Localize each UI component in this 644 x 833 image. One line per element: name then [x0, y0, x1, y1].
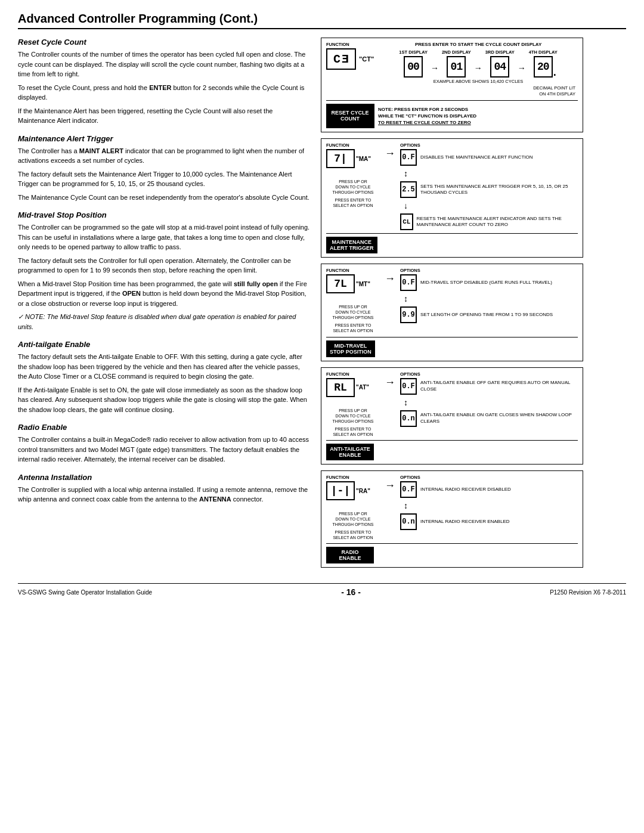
at-bottom-label: ANTI-TAILGATEENABLE: [326, 444, 374, 460]
page-title: Advanced Controller Programming (Cont.): [18, 12, 626, 29]
ma-option3-text: RESETS THE MAINTENANCE ALERT INDICATOR A…: [417, 216, 578, 228]
maint-p3: The Maintenance Cycle Count can be reset…: [18, 193, 310, 203]
reset-cycle-p1: The Controller counts of the number of t…: [18, 49, 310, 79]
ct-bottom-note: NOTE: PRESS ENTER FOR 2 SECONDS WHILE TH…: [374, 104, 578, 129]
mt-option1-text: MID-TRAVEL STOP DISABLED (GATE RUNS FULL…: [420, 280, 552, 286]
reset-cycle-p2: To reset the Cycle Count, press and hold…: [18, 83, 310, 103]
section-maintenance-title: Maintenance Alert Trigger: [18, 134, 310, 143]
ct-d2-label: 2ND DISPLAY: [442, 49, 471, 55]
at-options-label: OPTIONS: [400, 371, 578, 377]
mt-press-enter: PRESS ENTER TOSELECT AN OPTION: [333, 323, 373, 333]
ra-diagram: FUNCTION |-| "RA" PRESS UP ORDOWN TO CYC…: [321, 470, 583, 568]
ct-display4: 20: [534, 56, 553, 78]
ct-display2: 01: [447, 56, 466, 78]
midtravel-p2: The factory default sets the Controller …: [18, 256, 310, 275]
ra-press-updown: PRESS UP ORDOWN TO CYCLETHROUGH OPTIONS: [333, 511, 374, 527]
ct-d3-label: 3RD DISPLAY: [485, 49, 515, 55]
mt-diagram: FUNCTION 7L "MT" PRESS UP ORDOWN TO CYCL…: [321, 264, 583, 361]
ct-diagram: FUNCTION CE "CT" PRESS ENTER TO START TH…: [321, 38, 583, 132]
ma-function-label: FUNCTION: [326, 143, 371, 148]
footer-left: VS-GSWG Swing Gate Operator Installation…: [18, 589, 152, 596]
ma-press-enter: PRESS ENTER TOSELECT AN OPTION: [333, 197, 373, 208]
ct-instruction: PRESS ENTER TO START THE CYCLE COUNT DIS…: [379, 42, 578, 47]
ra-option1-text: INTERNAL RADIO RECEIVER DISABLED: [420, 487, 511, 493]
mt-option2-text: SET LENGTH OF OPENING TIME FROM 1 TO 99 …: [420, 312, 553, 318]
section-radio-title: Radio Enable: [18, 423, 310, 432]
ma-bottom-label: MAINTENANCEALERT TRIGGER: [326, 237, 377, 253]
maint-p1: The Controller has a MAINT ALERT indicat…: [18, 146, 310, 166]
ra-bottom-label: RADIOENABLE: [326, 547, 374, 563]
antenna-p1: The Controller is supplied with a local …: [18, 485, 310, 504]
ct-display3: 04: [490, 56, 509, 78]
at-function-label: FUNCTION: [326, 371, 369, 377]
midtravel-note: ✓ NOTE: The Mid-travel Stop feature is d…: [18, 312, 310, 332]
mt-press-updown: PRESS UP ORDOWN TO CYCLETHROUGH OPTIONS: [333, 304, 374, 320]
ma-option2-text: SETS THIS MAINTENANCE ALERT TRIGGER FOR …: [420, 184, 578, 196]
section-reset-cycle-title: Reset Cycle Count: [18, 38, 310, 47]
ct-function-label: FUNCTION: [326, 42, 374, 47]
at-option1-text: ANTI-TAILGATE ENABLE OFF GATE REQUIRES A…: [420, 380, 578, 392]
section-midtravel-title: Mid-travel Stop Position: [18, 210, 310, 219]
ct-decimal-note: DECIMAL POINT LITON 4TH DISPLAY: [379, 85, 575, 97]
section-antitailgate-title: Anti-tailgate Enable: [18, 340, 310, 349]
at-press-enter: PRESS ENTER TOSELECT AN OPTION: [333, 426, 373, 437]
mt-function-label: FUNCTION: [326, 268, 370, 273]
footer-right: P1250 Revision X6 7-8-2011: [550, 589, 626, 596]
midtravel-p3: When a Mid-travel Stop Position time has…: [18, 279, 310, 309]
ct-d1-label: 1ST DISPLAY: [399, 49, 428, 55]
mt-bottom-label: MID-TRAVELSTOP POSITION: [326, 340, 375, 357]
reset-cycle-p3: If the Maintenance Alert has been trigge…: [18, 106, 310, 126]
midtravel-p1: The Controller can be programmed so the …: [18, 222, 310, 252]
ra-function-label: FUNCTION: [326, 475, 370, 480]
maint-p2: The factory default sets the Maintenance…: [18, 169, 310, 189]
at-press-updown: PRESS UP ORDOWN TO CYCLETHROUGH OPTIONS: [333, 408, 374, 424]
ma-options-label: OPTIONS: [400, 143, 578, 148]
ma-press-updown: PRESS UP ORDOWN TO CYCLETHROUGH OPTIONS: [333, 179, 374, 195]
ct-display1: 00: [404, 56, 423, 78]
ra-options-label: OPTIONS: [400, 475, 578, 480]
footer-center: - 16 -: [152, 587, 550, 597]
at-diagram: FUNCTION RL "AT" PRESS UP ORDOWN TO CYCL…: [321, 367, 583, 465]
ma-option1-text: DISABLES THE MAINTENANCE ALERT FUNCTION: [420, 154, 532, 160]
ct-example-text: EXAMPLE ABOVE SHOWS 10,420 CYCLES: [379, 79, 578, 84]
ct-d4-label: 4TH DISPLAY: [529, 49, 558, 55]
section-antenna-title: Antenna Installation: [18, 473, 310, 482]
ct-bottom-label: RESET CYCLECOUNT: [326, 104, 374, 129]
antitailgate-p1: The factory default sets the Anti-tailga…: [18, 352, 310, 382]
mt-options-label: OPTIONS: [400, 268, 578, 273]
ra-option2-text: INTERNAL RADIO RECEIVER ENABLED: [420, 519, 510, 525]
ma-diagram: FUNCTION 7| "MA" PRESS UP ORDOWN TO CYCL…: [321, 138, 583, 258]
antitailgate-p2: If the Anti-tailgate Enable is set to ON…: [18, 385, 310, 415]
ra-press-enter: PRESS ENTER TOSELECT AN OPTION: [333, 529, 373, 540]
radio-p1: The Controller contains a built-in MegaC…: [18, 435, 310, 465]
at-option2-text: ANTI-TAILGATE ENABLE ON GATE CLOSES WHEN…: [420, 412, 578, 425]
